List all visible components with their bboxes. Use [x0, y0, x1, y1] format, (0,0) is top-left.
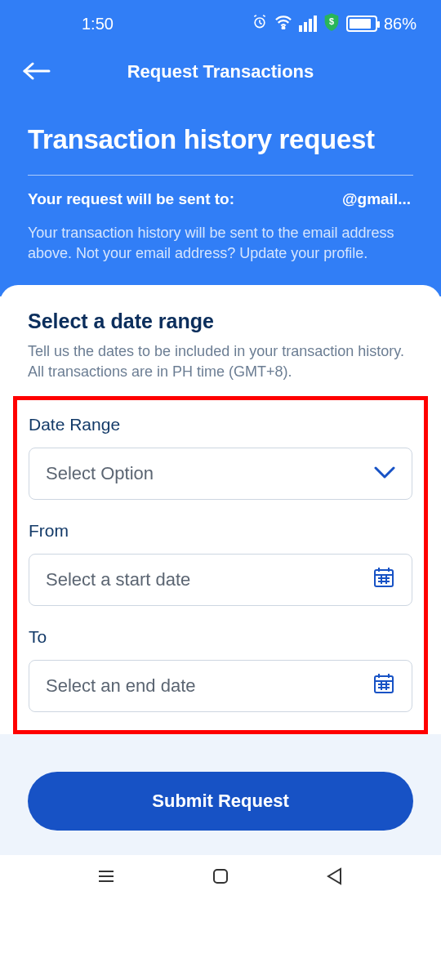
section-title: Select a date range	[28, 310, 413, 333]
to-label: To	[29, 627, 412, 647]
section-subtitle: Tell us the dates to be included in your…	[28, 341, 413, 381]
battery-icon	[346, 16, 377, 32]
submit-request-button[interactable]: Submit Request	[28, 772, 413, 831]
svg-text:$: $	[329, 16, 334, 26]
alarm-icon	[252, 14, 268, 34]
to-placeholder: Select an end date	[46, 675, 195, 697]
calendar-icon	[372, 672, 395, 700]
sent-to-row: Your request will be sent to: @gmail...	[28, 190, 413, 208]
svg-line-4	[263, 15, 265, 16]
from-placeholder: Select a start date	[46, 569, 190, 590]
status-bar: 1:50 $ 86%	[0, 0, 441, 47]
svg-point-5	[283, 26, 285, 29]
header-title: Transaction history request	[28, 124, 413, 155]
svg-line-3	[254, 15, 256, 16]
date-range-placeholder: Select Option	[46, 463, 154, 484]
header-divider	[28, 175, 413, 176]
nav-home-button[interactable]	[210, 866, 231, 890]
from-date-input[interactable]: Select a start date	[29, 554, 412, 606]
page-title: Request Transactions	[0, 61, 441, 82]
signal-icon	[299, 16, 317, 32]
nav-back-button[interactable]	[324, 866, 345, 890]
calendar-icon	[372, 566, 395, 594]
header-subtext: Your transaction history will be sent to…	[28, 223, 413, 264]
battery-pct: 86%	[384, 15, 416, 33]
email-redacted	[239, 190, 337, 205]
sent-to-label: Your request will be sent to:	[28, 190, 234, 208]
svg-rect-27	[214, 870, 227, 883]
chevron-down-icon	[374, 463, 395, 484]
shield-icon: $	[323, 12, 340, 36]
status-time: 1:50	[24, 15, 114, 33]
email-visible: @gmail...	[342, 190, 411, 208]
from-label: From	[29, 521, 412, 541]
date-range-highlight: Date Range Select Option From Select a s…	[13, 396, 428, 734]
svg-marker-28	[328, 869, 341, 884]
svg-line-2	[260, 22, 262, 24]
wifi-icon	[274, 15, 292, 33]
date-range-select[interactable]: Select Option	[29, 448, 412, 500]
date-range-label: Date Range	[29, 415, 412, 434]
to-date-input[interactable]: Select an end date	[29, 660, 412, 712]
android-nav-bar	[0, 855, 441, 901]
nav-recent-button[interactable]	[96, 866, 117, 890]
